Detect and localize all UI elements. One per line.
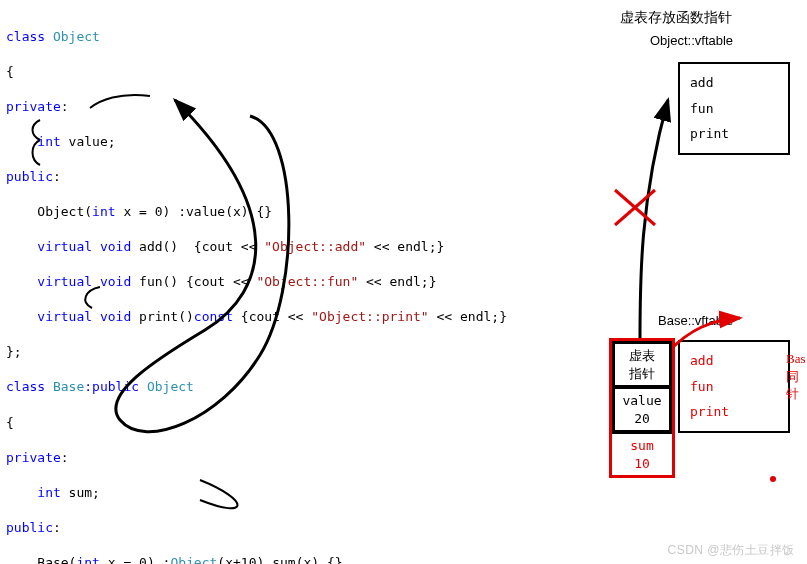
side-note: Bas 同 针: [786, 350, 806, 403]
watermark: CSDN @悲伤土豆拌饭: [667, 542, 795, 558]
object-vftable-label: Object::vftable: [650, 32, 733, 50]
vptr-cell: 虚表 指针: [612, 341, 672, 388]
vftable-entry: fun: [690, 96, 778, 122]
source-code: class Object { private: int value; publi…: [6, 10, 507, 564]
vftable-entry: fun: [690, 374, 778, 400]
member-cell: value 20: [612, 388, 672, 433]
vftable-entry: print: [690, 121, 778, 147]
member-cell: sum 10: [612, 433, 672, 475]
dot-icon: [770, 476, 776, 482]
object-vftable-box: add fun print: [678, 62, 790, 155]
vftable-entry: add: [690, 348, 778, 374]
base-vftable-box: add fun print: [678, 340, 790, 433]
vftable-entry: add: [690, 70, 778, 96]
vftable-entry: print: [690, 399, 778, 425]
svg-line-1: [615, 190, 655, 225]
base-vftable-label: Base::vftable: [658, 312, 733, 330]
object-memory-box: 虚表 指针 value 20 sum 10: [609, 338, 675, 478]
page-title: 虚表存放函数指针: [620, 8, 732, 27]
svg-line-0: [615, 190, 655, 225]
